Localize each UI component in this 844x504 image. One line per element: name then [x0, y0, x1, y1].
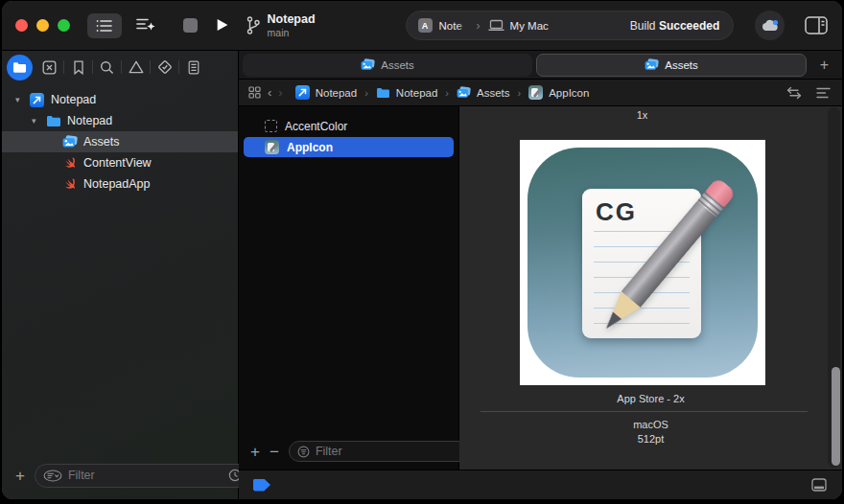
- zoom-window-button[interactable]: [58, 19, 70, 32]
- navigator-filter-bar: +: [2, 459, 238, 499]
- folder-icon: [376, 87, 390, 99]
- empty-color-well-icon: [265, 120, 277, 132]
- editor-bottom-bar: [239, 470, 842, 499]
- navigator-tab-bar: [2, 51, 238, 80]
- cloud-status-button[interactable]: [755, 11, 785, 40]
- add-asset-button[interactable]: +: [250, 444, 260, 460]
- navigator-filter-input[interactable]: [68, 469, 223, 482]
- back-button[interactable]: ‹: [268, 85, 271, 100]
- asset-item-accentcolor[interactable]: AccentColor: [244, 116, 454, 136]
- tab-project-navigator[interactable]: [7, 55, 33, 80]
- project-status[interactable]: Notepad main: [246, 12, 316, 39]
- scheme-name[interactable]: Note: [439, 20, 469, 32]
- activity-view[interactable]: A Note › My Mac Build Succeeded: [406, 11, 735, 40]
- tree-item-label: Notepad: [51, 93, 96, 106]
- tree-item-contentview[interactable]: ContentView: [2, 152, 238, 173]
- asset-list: AccentColor AppIcon: [239, 106, 458, 439]
- editor-tab-assets-active[interactable]: Assets: [536, 54, 807, 77]
- point-size-label: 512pt: [459, 433, 842, 445]
- asset-item-label: AccentColor: [285, 120, 347, 133]
- asset-item-appicon[interactable]: AppIcon: [244, 137, 454, 157]
- breadcrumb-group[interactable]: Notepad: [376, 87, 437, 99]
- chevron-right-icon: ›: [445, 87, 449, 99]
- tab-find-navigator[interactable]: [93, 56, 121, 79]
- tree-item-group-notepad[interactable]: ▾ Notepad: [2, 110, 238, 131]
- xcode-window: Notepad main A Note › My Mac Build Succe…: [2, 1, 842, 499]
- scrollbar-thumb[interactable]: [832, 367, 840, 466]
- run-destination[interactable]: My Mac: [510, 20, 549, 32]
- navigator-filter-field[interactable]: [35, 464, 270, 488]
- toggle-inspector-button[interactable]: [802, 14, 831, 37]
- forward-button[interactable]: ›: [278, 85, 282, 100]
- tree-item-label: Notepad: [67, 114, 112, 127]
- disclosure-triangle-icon[interactable]: ▾: [15, 95, 29, 104]
- tab-issue-navigator[interactable]: [122, 56, 150, 79]
- tab-source-control-navigator[interactable]: [35, 56, 63, 79]
- tree-item-assets[interactable]: Assets: [2, 131, 238, 152]
- asset-item-label: AppIcon: [287, 141, 333, 154]
- tree-item-label: ContentView: [83, 156, 152, 170]
- app-icon-thumbnail: [265, 140, 279, 154]
- folder-icon: [12, 61, 27, 74]
- bookmark-icon: [73, 60, 84, 75]
- appicon-preview: CG: [528, 148, 758, 378]
- diamond-check-icon: [157, 59, 173, 75]
- toggle-bottom-panel-button[interactable]: [811, 478, 827, 492]
- tree-item-notepadapp[interactable]: NotepadApp: [2, 173, 238, 195]
- coding-assistant-button[interactable]: [129, 13, 162, 38]
- project-title: Notepad: [268, 12, 316, 27]
- toggle-navigator-button[interactable]: [87, 13, 122, 38]
- asset-filter-field[interactable]: [289, 441, 479, 462]
- tab-test-navigator[interactable]: [151, 56, 178, 79]
- appicon-slot[interactable]: CG: [520, 140, 765, 385]
- asset-catalog-icon: [61, 134, 78, 149]
- run-button[interactable]: [215, 17, 232, 34]
- app-icon-thumbnail: [528, 85, 543, 100]
- tab-bookmark-navigator[interactable]: [64, 56, 92, 79]
- traffic-lights: [15, 19, 70, 32]
- editor-tab-bar: Assets Assets +: [239, 51, 842, 80]
- view-options-lines-icon[interactable]: [816, 87, 831, 99]
- chevron-right-icon: ›: [364, 87, 368, 99]
- jump-bar: ‹ › Notepad › Notepad › Assets ›: [239, 80, 842, 106]
- stop-button[interactable]: [183, 18, 198, 33]
- tree-item-label: NotepadApp: [83, 177, 151, 191]
- swap-arrows-icon[interactable]: [785, 86, 803, 100]
- tree-item-label: Assets: [83, 135, 120, 149]
- chevron-right-icon: ›: [518, 87, 522, 99]
- navigator-sidebar: ▾ Notepad ▾ Notepad: [2, 51, 239, 499]
- tree-item-project-notepad[interactable]: ▾ Notepad: [2, 89, 238, 110]
- list-icon: [96, 19, 113, 33]
- appicon-detail-pane: 1x CG: [459, 106, 842, 470]
- breadcrumb-label: AppIcon: [549, 87, 589, 99]
- tag-icon[interactable]: [253, 479, 270, 492]
- filter-icon: [297, 446, 310, 458]
- add-file-button[interactable]: +: [15, 468, 25, 484]
- asset-catalog-icon: [645, 58, 659, 71]
- add-tab-button[interactable]: +: [820, 57, 836, 74]
- project-icon: [295, 85, 310, 100]
- square-x-icon: [42, 60, 57, 75]
- scheme-app-icon: A: [418, 18, 433, 33]
- breadcrumb-project[interactable]: Notepad: [295, 85, 357, 100]
- breadcrumb-appicon[interactable]: AppIcon: [528, 85, 589, 100]
- editor-area: Assets Assets +: [239, 51, 842, 499]
- related-items-grid-icon[interactable]: [248, 86, 261, 99]
- breadcrumb-assets[interactable]: Assets: [457, 86, 510, 99]
- platform-label: macOS: [459, 419, 842, 430]
- play-icon: [217, 19, 227, 31]
- build-status: Build Succeeded: [630, 19, 719, 33]
- close-window-button[interactable]: [15, 19, 28, 32]
- asset-filter-input[interactable]: [316, 445, 470, 458]
- editor-tab-assets-inactive[interactable]: Assets: [243, 54, 532, 77]
- swift-file-icon: [61, 176, 78, 192]
- asset-list-panel: AccentColor AppIcon + −: [239, 106, 459, 470]
- disclosure-triangle-icon[interactable]: ▾: [32, 116, 45, 126]
- minimize-window-button[interactable]: [36, 19, 49, 32]
- remove-asset-button[interactable]: −: [270, 444, 279, 460]
- folder-icon: [45, 113, 61, 128]
- cloud-icon: [762, 19, 779, 32]
- project-icon: [29, 92, 45, 107]
- tab-report-navigator[interactable]: [179, 56, 207, 79]
- swift-file-icon: [61, 155, 78, 171]
